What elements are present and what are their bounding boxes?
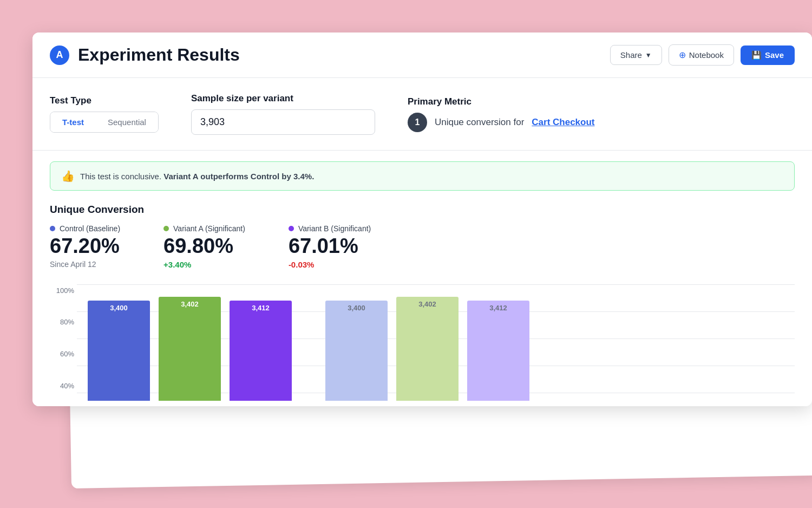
- test-type-group: Test Type T-test Sequential: [50, 95, 159, 133]
- chevron-down-icon: ▼: [645, 51, 652, 59]
- variant-legend-a: Variant A (Significant): [163, 224, 245, 233]
- variant-a-pct: 69.80%: [163, 235, 245, 258]
- test-type-selector: T-test Sequential: [50, 112, 159, 133]
- thumbs-up-icon: 👍: [61, 170, 75, 183]
- save-icon: 💾: [751, 50, 762, 60]
- control-dot: [50, 226, 55, 231]
- control-pct: 67.20%: [50, 235, 120, 258]
- bar-variant-b-faded-fill: 3,412: [467, 301, 529, 401]
- share-label: Share: [620, 50, 642, 60]
- metric-link[interactable]: Cart Checkout: [532, 117, 594, 128]
- variant-b-delta: -0.03%: [289, 260, 371, 269]
- page-title: Experiment Results: [78, 45, 610, 65]
- save-button[interactable]: 💾 Save: [741, 45, 795, 65]
- metric-description: Unique conversion for: [435, 117, 524, 128]
- conversion-section: Unique Conversion Control (Baseline) 67.…: [50, 204, 795, 406]
- conclusive-text: This test is conclusive. Variant A outpe…: [80, 172, 314, 181]
- bar-control: 3,400: [88, 301, 150, 401]
- variant-a-label: Variant A (Significant): [173, 224, 245, 233]
- control-label: Control (Baseline): [60, 224, 120, 233]
- sample-size-group: Sample size per variant: [191, 93, 375, 135]
- primary-metric-group: Primary Metric 1 Unique conversion for C…: [408, 96, 795, 132]
- sequential-button[interactable]: Sequential: [96, 112, 158, 132]
- control-since: Since April 12: [50, 260, 120, 269]
- metric-number-badge: 1: [408, 113, 427, 132]
- test-type-label: Test Type: [50, 95, 159, 106]
- t-test-button[interactable]: T-test: [50, 112, 96, 132]
- variant-a-delta: +3.40%: [163, 260, 245, 269]
- variant-a: Variant A (Significant) 69.80% +3.40%: [163, 224, 245, 269]
- plus-circle-icon: ⊕: [679, 50, 686, 60]
- notebook-label: Notebook: [689, 50, 724, 60]
- y-label-80: 80%: [50, 318, 74, 326]
- bar-variant-a-faded: 3,402: [396, 297, 459, 401]
- bar-control-value: 3,400: [110, 301, 128, 312]
- variant-legend-b: Variant B (Significant): [289, 224, 371, 233]
- results-section: 👍 This test is conclusive. Variant A out…: [32, 161, 812, 406]
- variant-b-dot: [289, 226, 294, 231]
- save-label: Save: [765, 50, 784, 60]
- bar-variant-b-faded-value: 3,412: [489, 301, 507, 312]
- config-section: Test Type T-test Sequential Sample size …: [32, 78, 812, 151]
- conclusive-banner: 👍 This test is conclusive. Variant A out…: [50, 161, 795, 191]
- notebook-button[interactable]: ⊕ Notebook: [669, 44, 734, 66]
- primary-metric-label: Primary Metric: [408, 96, 795, 107]
- bar-variant-a: 3,402: [159, 297, 221, 401]
- bar-variant-a-fill: 3,402: [159, 297, 221, 401]
- logo-icon: A: [50, 45, 69, 65]
- bar-variant-a-value: 3,402: [181, 297, 199, 308]
- bar-variant-b-faded: 3,412: [467, 301, 529, 401]
- bars-wrapper: 3,400 3,402: [77, 284, 795, 401]
- bar-control-faded-fill: 3,400: [325, 301, 388, 401]
- sample-size-label: Sample size per variant: [191, 93, 375, 104]
- y-axis: 100% 80% 60% 40%: [50, 284, 77, 401]
- bar-variant-b-fill: 3,412: [230, 301, 292, 401]
- y-label-100: 100%: [50, 286, 74, 295]
- conversion-title: Unique Conversion: [50, 204, 795, 216]
- sample-size-input[interactable]: [191, 109, 375, 135]
- variants-row: Control (Baseline) 67.20% Since April 12…: [50, 224, 795, 269]
- bar-control-faded: 3,400: [325, 301, 388, 401]
- variant-a-dot: [163, 226, 169, 231]
- y-label-60: 60%: [50, 350, 74, 358]
- header-actions: Share ▼ ⊕ Notebook 💾 Save: [610, 44, 795, 66]
- bar-control-fill: 3,400: [88, 301, 150, 401]
- header: A Experiment Results Share ▼ ⊕ Notebook …: [32, 32, 812, 78]
- variant-control: Control (Baseline) 67.20% Since April 12: [50, 224, 120, 269]
- share-button[interactable]: Share ▼: [610, 45, 662, 65]
- variant-b-pct: 67.01%: [289, 235, 371, 258]
- bar-control-faded-value: 3,400: [348, 301, 365, 312]
- main-card: A Experiment Results Share ▼ ⊕ Notebook …: [32, 32, 812, 406]
- y-label-40: 40%: [50, 382, 74, 390]
- bar-variant-a-faded-value: 3,402: [418, 297, 436, 308]
- variant-b-label: Variant B (Significant): [298, 224, 371, 233]
- variant-b: Variant B (Significant) 67.01% -0.03%: [289, 224, 371, 269]
- chart-area: 100% 80% 60% 40%: [50, 284, 795, 406]
- bar-variant-b: 3,412: [230, 301, 292, 401]
- bar-variant-a-faded-fill: 3,402: [396, 297, 459, 401]
- bar-variant-b-value: 3,412: [252, 301, 270, 312]
- variant-legend-control: Control (Baseline): [50, 224, 120, 233]
- metric-row: 1 Unique conversion for Cart Checkout: [408, 113, 795, 132]
